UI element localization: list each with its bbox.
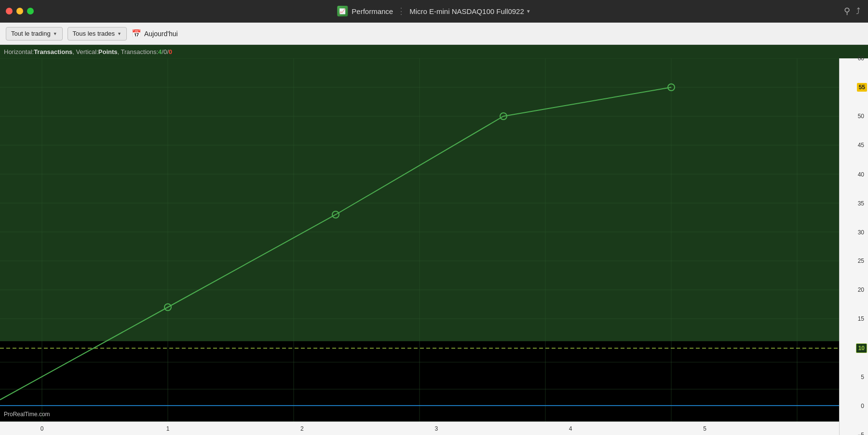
titlebar: 📈 Performance ⋮ Micro E-mini NASDAQ100 F… (0, 0, 868, 23)
date-label: Aujourd'hui (144, 30, 178, 38)
date-selector[interactable]: 📅 Aujourd'hui (132, 29, 178, 38)
y-label-50: 50 (858, 113, 864, 120)
y-label-55-highlight: 55 (857, 83, 867, 92)
x-label-2: 2 (300, 425, 304, 432)
y-label-20: 20 (858, 286, 864, 293)
chart-info-bar: Horizontal: Transactions , Vertical: Poi… (0, 45, 868, 58)
y-label-30: 30 (858, 229, 864, 236)
trades-filter-label: Tous les trades (73, 30, 115, 37)
y-label-15: 15 (858, 315, 864, 322)
trading-period-arrow: ▼ (53, 31, 57, 36)
app-title: Performance (352, 7, 393, 15)
x-label-1: 1 (166, 425, 170, 432)
info-red-count: 0 (169, 48, 172, 55)
title-actions: ⚲ ⤴ (844, 6, 860, 16)
info-green-count: 4 (158, 48, 162, 55)
trading-period-label: Tout le trading (11, 30, 51, 37)
info-comma2: , Transactions: (118, 48, 159, 55)
close-button[interactable] (6, 8, 13, 14)
y-label-45: 45 (858, 142, 864, 149)
title-center: 📈 Performance ⋮ Micro E-mini NASDAQ100 F… (337, 6, 530, 16)
window-controls (6, 8, 34, 14)
instrument-label: Micro E-mini NASDAQ100 Full0922 (409, 7, 524, 15)
y-label-10-highlight: 10 (856, 343, 867, 353)
y-label-minus5: −5 (857, 432, 864, 435)
y-label-25: 25 (858, 258, 864, 264)
y-label-60: 60 (858, 55, 864, 62)
toolbar: Tout le trading ▼ Tous les trades ▼ 📅 Au… (0, 23, 868, 45)
y-label-5: 5 (861, 374, 864, 381)
info-h-label: Transactions (34, 48, 72, 55)
trading-period-button[interactable]: Tout le trading ▼ (6, 27, 63, 41)
minimize-button[interactable] (16, 8, 23, 14)
trades-filter-button[interactable]: Tous les trades ▼ (68, 27, 127, 41)
instrument-name[interactable]: Micro E-mini NASDAQ100 Full0922 ▼ (409, 7, 531, 15)
maximize-button[interactable] (27, 8, 34, 14)
y-label-0: 0 (861, 403, 864, 409)
trades-filter-arrow: ▼ (117, 31, 122, 36)
share-icon[interactable]: ⤴ (856, 6, 860, 16)
info-comma1: , Vertical: (72, 48, 98, 55)
instrument-dropdown-arrow: ▼ (526, 9, 531, 14)
y-axis: 60 55 50 45 40 35 30 25 20 15 10 5 0 −5 (839, 58, 868, 435)
x-label-3: 3 (434, 425, 438, 432)
y-label-40: 40 (858, 171, 864, 178)
x-label-5: 5 (703, 425, 706, 432)
pin-icon[interactable]: ⚲ (844, 6, 850, 16)
performance-line (0, 87, 671, 400)
title-separator: ⋮ (397, 6, 406, 16)
x-label-4: 4 (569, 425, 572, 432)
chart-area[interactable]: ProRealTime.com (0, 58, 839, 435)
calendar-icon: 📅 (132, 29, 141, 38)
watermark: ProRealTime.com (4, 411, 50, 418)
chart-container: ProRealTime.com (0, 58, 868, 435)
x-label-0: 0 (41, 425, 44, 432)
app-icon-symbol: 📈 (339, 8, 346, 14)
app-icon: 📈 (337, 6, 348, 16)
info-v-label: Points (98, 48, 118, 55)
y-label-35: 35 (858, 200, 864, 207)
info-black-count: 0 (163, 48, 167, 55)
x-axis: 0 1 2 3 4 5 (0, 421, 839, 435)
info-prefix: Horizontal: (4, 48, 34, 55)
performance-chart (0, 58, 839, 435)
